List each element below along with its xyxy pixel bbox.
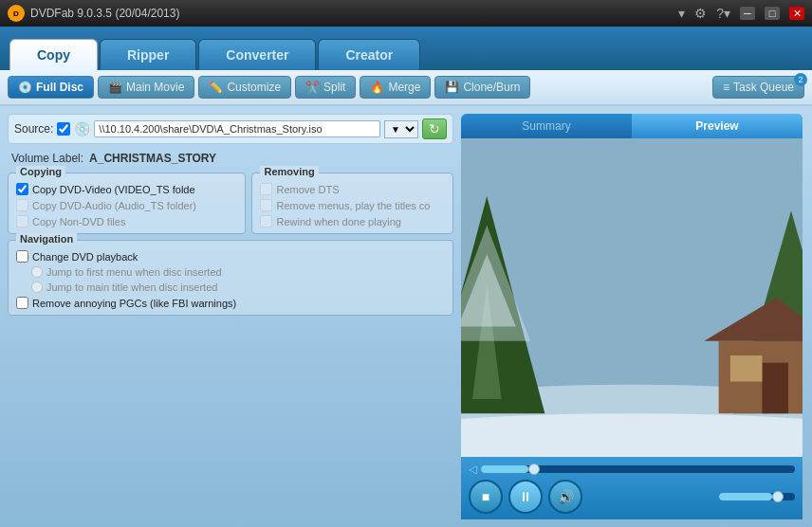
volume-bar[interactable]	[719, 493, 795, 500]
copy-dvd-video-row: Copy DVD-Video (VIDEO_TS folde	[16, 183, 237, 195]
volume-label: Volume Label:	[11, 152, 83, 165]
preview-scene	[461, 138, 803, 457]
jump-first-menu-label: Jump to first menu when disc inserted	[46, 266, 222, 278]
title-bar-right: ▾ ⚙ ?▾ ─ □ ✕	[678, 6, 804, 21]
pencil-icon: ✏️	[209, 81, 223, 94]
progress-fill	[481, 465, 528, 473]
sub-btn-merge[interactable]: 🔥 Merge	[360, 76, 431, 99]
jump-first-menu-radio[interactable]	[31, 266, 43, 278]
copy-non-dvd-checkbox[interactable]	[16, 215, 28, 227]
remove-menus-checkbox[interactable]	[260, 199, 272, 211]
copying-group: Copying Copy DVD-Video (VIDEO_TS folde C…	[8, 173, 246, 234]
stop-icon: ■	[482, 489, 489, 504]
tab-preview[interactable]: Preview	[632, 114, 803, 138]
volume-fill	[719, 493, 772, 500]
volume-thumb	[772, 491, 784, 502]
volume-value: A_CHRISTMAS_STORY	[89, 152, 216, 165]
jump-first-menu-row: Jump to first menu when disc inserted	[16, 266, 445, 278]
copy-non-dvd-label: Copy Non-DVD files	[32, 216, 125, 227]
removing-group: Removing Remove DTS Remove menus, play t…	[251, 173, 453, 234]
source-dropdown[interactable]: ▼	[384, 120, 418, 138]
copy-dvd-video-label: Copy DVD-Video (VIDEO_TS folde	[32, 184, 195, 195]
disc-drive-icon: 💿	[74, 121, 90, 136]
tab-creator[interactable]: Creator	[318, 39, 420, 70]
tab-ripper[interactable]: Ripper	[100, 39, 196, 70]
volume-icon: 🔊	[558, 489, 574, 504]
preview-tabs: Summary Preview	[461, 114, 803, 138]
volume-button[interactable]: 🔊	[548, 480, 582, 514]
jump-main-title-row: Jump to main title when disc inserted	[16, 282, 445, 293]
source-refresh-button[interactable]: ↻	[422, 118, 447, 139]
copy-dvd-video-checkbox[interactable]	[16, 183, 28, 195]
tab-converter[interactable]: Converter	[198, 39, 316, 70]
burn-icon: 💾	[445, 81, 459, 94]
rewind-row: Rewind when done playing	[260, 215, 445, 227]
sub-btn-full-disc[interactable]: 💿 Full Disc	[8, 76, 94, 99]
groups-row: Copying Copy DVD-Video (VIDEO_TS folde C…	[8, 173, 453, 234]
change-dvd-playback-row: Change DVD playback	[16, 250, 445, 263]
bottom-controls-row: ■ ⏸ 🔊	[469, 480, 795, 514]
gear-icon[interactable]: ⚙	[694, 6, 707, 21]
minimize-button[interactable]: ─	[740, 7, 755, 20]
copying-options: Copy DVD-Video (VIDEO_TS folde Copy DVD-…	[16, 183, 237, 227]
source-row: Source: 💿 ▼ ↻	[8, 114, 453, 144]
preview-image	[461, 138, 803, 457]
rewind-checkbox[interactable]	[260, 215, 272, 227]
main-tabs: Copy Ripper Converter Creator	[0, 27, 812, 70]
stop-button[interactable]: ■	[469, 480, 503, 514]
source-label: Source:	[14, 122, 53, 136]
sub-btn-full-disc-label: Full Disc	[36, 81, 83, 94]
sub-btn-clone-burn-label: Clone/Burn	[463, 81, 520, 94]
sub-btn-split[interactable]: ✂️ Split	[295, 76, 356, 99]
copy-dvd-audio-label: Copy DVD-Audio (Audio_TS folder)	[32, 200, 196, 211]
change-dvd-playback-label: Change DVD playback	[32, 251, 138, 263]
progress-start-icon: ◁	[469, 463, 477, 476]
sub-btn-main-movie[interactable]: 🎬 Main Movie	[98, 76, 194, 99]
removing-legend: Removing	[260, 166, 318, 177]
sub-btn-split-label: Split	[323, 81, 345, 94]
copy-dvd-audio-row: Copy DVD-Audio (Audio_TS folder)	[16, 199, 237, 211]
change-dvd-playback-checkbox[interactable]	[16, 250, 28, 263]
video-controls: ◁ ■ ⏸ 🔊	[461, 457, 803, 519]
source-input[interactable]	[94, 120, 380, 137]
copying-legend: Copying	[16, 166, 65, 177]
close-button[interactable]: ✕	[789, 7, 804, 20]
progress-bar-container: ◁	[469, 463, 795, 476]
right-panel: Summary Preview	[461, 114, 803, 519]
title-bar-left: D DVDFab 9.0.3.5 (20/04/2013)	[8, 5, 179, 22]
svg-rect-10	[762, 363, 787, 413]
title-bar: D DVDFab 9.0.3.5 (20/04/2013) ▾ ⚙ ?▾ ─ □…	[0, 0, 812, 27]
maximize-button[interactable]: □	[765, 7, 780, 20]
left-panel: Source: 💿 ▼ ↻ Volume Label: A_CHRISTMAS_…	[8, 114, 453, 519]
remove-pgcs-row: Remove annoying PGCs (like FBI warnings)	[16, 297, 445, 309]
removing-options: Remove DTS Remove menus, play the titles…	[260, 183, 445, 227]
copy-non-dvd-row: Copy Non-DVD files	[16, 215, 237, 227]
navigation-content: Change DVD playback Jump to first menu w…	[16, 250, 445, 309]
scissors-icon: ✂️	[305, 81, 320, 94]
remove-menus-label: Remove menus, play the titles co	[276, 200, 430, 211]
remove-dts-checkbox[interactable]	[260, 183, 272, 195]
sub-btn-merge-label: Merge	[388, 81, 420, 94]
jump-main-title-radio[interactable]	[31, 282, 43, 293]
remove-pgcs-label: Remove annoying PGCs (like FBI warnings)	[32, 298, 236, 309]
sub-btn-clone-burn[interactable]: 💾 Clone/Burn	[434, 76, 530, 99]
tab-copy[interactable]: Copy	[9, 39, 98, 70]
sub-btn-customize[interactable]: ✏️ Customize	[198, 76, 291, 99]
task-badge: 2	[794, 73, 807, 86]
tab-summary[interactable]: Summary	[461, 114, 632, 138]
pause-button[interactable]: ⏸	[508, 480, 543, 514]
list-icon: ≡	[723, 81, 729, 94]
progress-bar[interactable]	[481, 465, 795, 473]
remove-pgcs-checkbox[interactable]	[16, 297, 28, 309]
source-checkbox[interactable]	[57, 122, 70, 136]
task-queue-label: Task Queue	[733, 81, 794, 94]
copy-dvd-audio-checkbox[interactable]	[16, 199, 28, 211]
monitor-icon[interactable]: ▾	[678, 6, 685, 21]
svg-point-12	[461, 413, 803, 457]
remove-dts-label: Remove DTS	[276, 184, 339, 195]
task-queue-button[interactable]: ≡ Task Queue 2	[712, 76, 804, 99]
help-icon[interactable]: ?▾	[716, 6, 730, 21]
pause-icon: ⏸	[519, 489, 532, 504]
preview-area	[461, 138, 803, 457]
volume-control	[719, 493, 795, 500]
